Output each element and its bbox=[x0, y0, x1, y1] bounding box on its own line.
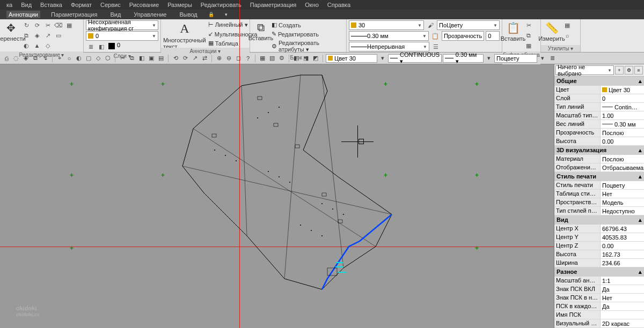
mtext-button[interactable]: A Многострочный текст bbox=[163, 20, 206, 44]
props-row[interactable]: МатериалПослою bbox=[554, 155, 644, 163]
prop-value[interactable]: Да bbox=[601, 302, 644, 310]
prop-value[interactable]: 0.00 bbox=[601, 242, 644, 250]
tool-icon[interactable]: ◐ bbox=[75, 54, 83, 63]
list-button[interactable]: 📋 bbox=[430, 31, 440, 41]
prop-value[interactable]: Отбрасываема… bbox=[601, 163, 644, 172]
props-row[interactable]: Высота162.73 bbox=[554, 250, 644, 259]
tool-icon[interactable]: ⟲ bbox=[171, 54, 180, 63]
props-button[interactable]: ☰ bbox=[431, 42, 441, 51]
menu-item[interactable]: ка bbox=[6, 2, 12, 8]
trans-combo[interactable]: Прозрачность bbox=[442, 31, 484, 41]
tool-icon[interactable]: ↗ bbox=[191, 54, 199, 63]
prop-value[interactable]: 1:1 bbox=[601, 277, 644, 285]
props-row[interactable]: Масштаб аннота…1:1 bbox=[554, 277, 644, 285]
tool-icon[interactable]: ▦ bbox=[64, 20, 74, 30]
tool-icon[interactable]: ⌖ bbox=[55, 54, 64, 63]
tool-icon[interactable]: ▣ bbox=[147, 54, 156, 63]
tool-icon[interactable]: ◩ bbox=[311, 54, 320, 63]
prop-value[interactable]: Послою bbox=[601, 129, 644, 137]
prop-value[interactable]: 2D каркас bbox=[601, 319, 644, 327]
tool-icon[interactable]: ⧉ bbox=[21, 31, 31, 40]
tab-view[interactable]: Вид bbox=[108, 11, 123, 18]
menu-item[interactable]: Сервис bbox=[100, 2, 121, 8]
props-row[interactable]: Стиль печатиПоцвету bbox=[554, 181, 644, 190]
props-row[interactable]: Центр Z0.00 bbox=[554, 242, 644, 250]
tool-icon[interactable]: ⊕ bbox=[215, 54, 223, 63]
props-row[interactable]: Вес линий0.30 мм bbox=[554, 120, 644, 129]
tool-icon[interactable]: ◈ bbox=[21, 54, 30, 63]
tool-icon[interactable]: ↯ bbox=[41, 54, 49, 63]
measure-button[interactable]: 📏 Измерить bbox=[543, 20, 560, 44]
tool-icon[interactable]: ⟳ bbox=[32, 20, 42, 30]
props-row[interactable]: ПСК в каждом В…Да bbox=[554, 302, 644, 311]
prop-value[interactable]: Недоступно bbox=[601, 207, 644, 215]
layer-combo[interactable]: 0 ▼ bbox=[86, 31, 158, 41]
tool-icon[interactable]: ⎙ bbox=[2, 54, 11, 63]
clip-button[interactable]: ▦ bbox=[524, 41, 533, 50]
tab-manage[interactable]: Управление bbox=[131, 11, 169, 18]
tool-icon[interactable]: ⬡ bbox=[104, 54, 112, 63]
prop-value[interactable]: 66796.43 bbox=[601, 225, 644, 233]
props-group-header[interactable]: Общие▴ bbox=[554, 77, 644, 86]
tool-icon[interactable]: ⟳ bbox=[181, 54, 189, 63]
tool-icon[interactable]: ◐ bbox=[21, 41, 31, 50]
props-group-header[interactable]: Вид▴ bbox=[554, 215, 644, 225]
menu-item[interactable]: Размеры bbox=[167, 2, 192, 8]
pickadd-button[interactable]: + bbox=[615, 66, 624, 74]
props-row[interactable]: Отображение те…Отбрасываема… bbox=[554, 163, 644, 172]
props-row[interactable]: Знак ПСК ВКЛДа bbox=[554, 285, 644, 294]
menu-item[interactable]: Вставка bbox=[40, 2, 62, 8]
props-row[interactable]: Имя ПСК bbox=[554, 311, 644, 319]
prop-value[interactable]: Нет bbox=[601, 190, 644, 198]
tool-icon[interactable]: ✂ bbox=[118, 54, 127, 63]
props-group-header[interactable]: 3D визуализация▴ bbox=[554, 146, 644, 155]
tool-icon[interactable]: ↗ bbox=[43, 31, 53, 40]
props-row[interactable]: Тип линийContin… bbox=[554, 103, 644, 111]
panel-title-util[interactable]: Утилиты ▾ bbox=[541, 45, 580, 52]
palette-menu-button[interactable]: ≡ bbox=[634, 66, 643, 74]
linetype-combo[interactable]: Непрерывная ▼ bbox=[349, 42, 429, 51]
chevron-down-icon[interactable]: ▾ bbox=[538, 54, 547, 63]
prop-value[interactable]: 0.30 мм bbox=[601, 120, 644, 128]
tool-icon[interactable]: ▦ bbox=[258, 54, 267, 63]
menu-item[interactable]: Рисование bbox=[129, 2, 159, 8]
props-row[interactable]: ПрозрачностьПослою bbox=[554, 129, 644, 137]
block-attrs-button[interactable]: ⚙Редактировать атрибуты ▾ bbox=[272, 40, 344, 53]
tool-icon[interactable]: ◧ bbox=[292, 54, 301, 63]
tool-icon[interactable]: ○ bbox=[65, 54, 74, 63]
block-create-button[interactable]: ◧Создать bbox=[272, 21, 344, 28]
match-props-button[interactable]: 🖌 bbox=[426, 20, 435, 30]
props-row[interactable]: ЦветЦвет 30 bbox=[554, 86, 644, 94]
props-row[interactable]: Высота0.00 bbox=[554, 137, 644, 146]
tool-icon[interactable]: ↻ bbox=[21, 20, 31, 30]
menu-item[interactable]: Справка bbox=[327, 2, 350, 8]
trans-val[interactable]: 0 bbox=[486, 31, 500, 41]
menu-item[interactable]: Вид bbox=[21, 2, 32, 8]
props-row[interactable]: Слой0 bbox=[554, 94, 644, 103]
layer-tool-icon[interactable]: ≣ bbox=[86, 42, 96, 51]
move-button[interactable]: ✥ Перенести bbox=[2, 20, 19, 44]
props-row[interactable]: Центр X66796.43 bbox=[554, 225, 644, 233]
props-row[interactable]: Ширина234.66 bbox=[554, 259, 644, 267]
tb-layer-combo[interactable]: Цвет 30 bbox=[326, 54, 377, 63]
prop-value[interactable]: Нет bbox=[601, 294, 644, 302]
tool-icon[interactable]: ▾ bbox=[485, 54, 493, 63]
prop-value[interactable]: 162.73 bbox=[601, 250, 644, 258]
prop-value[interactable]: 40535.83 bbox=[601, 233, 644, 241]
prop-value[interactable]: Модель bbox=[601, 198, 644, 206]
block-edit-button[interactable]: ✎Редактировать bbox=[272, 31, 344, 38]
color-black-swatch[interactable] bbox=[108, 43, 115, 49]
util-button[interactable]: ▦ bbox=[562, 20, 572, 30]
props-row[interactable]: Знак ПСК в нач. …Нет bbox=[554, 294, 644, 302]
tool-icon[interactable]: ◇ bbox=[43, 41, 53, 50]
selection-combo[interactable]: Ничего не выбрано ▼ bbox=[555, 65, 614, 75]
tool-icon[interactable]: ⊖ bbox=[224, 54, 233, 63]
tool-icon[interactable]: ⧉ bbox=[128, 54, 136, 63]
prop-value[interactable]: 234.66 bbox=[601, 259, 644, 267]
tab-parametrization[interactable]: Параметризация bbox=[49, 11, 99, 18]
props-group-header[interactable]: Разное▴ bbox=[554, 267, 644, 277]
tool-icon[interactable]: ▲ bbox=[32, 41, 42, 50]
chevron-down-icon[interactable]: ▾ bbox=[378, 54, 387, 63]
tool-icon[interactable]: ✂ bbox=[43, 20, 53, 30]
prop-value[interactable]: Цвет 30 bbox=[601, 86, 644, 94]
